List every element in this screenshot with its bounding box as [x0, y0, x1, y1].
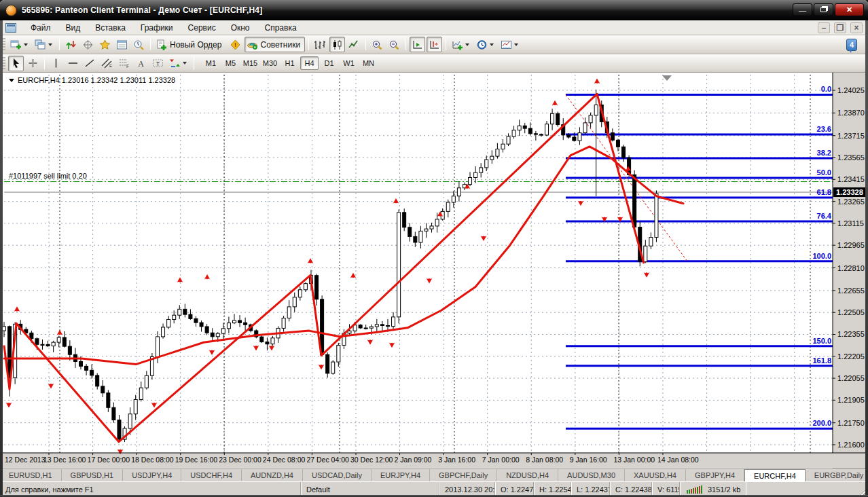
chart-tab-gbpusd-h1[interactable]: GBPUSD,H1	[62, 469, 124, 481]
profiles-button[interactable]	[33, 37, 56, 52]
price-tick-label: 1.22055	[837, 374, 865, 382]
chart-tab-eurjpy-h4[interactable]: EURJPY,H4	[372, 469, 430, 481]
timeframe-m5[interactable]: M5	[221, 56, 240, 70]
timeframe-w1[interactable]: W1	[340, 56, 358, 70]
chart-tab-gbpjpy-h4[interactable]: GBPJPY,H4	[686, 469, 744, 481]
vertical-line-button[interactable]	[48, 56, 64, 71]
menu-файл[interactable]: Файл	[23, 21, 58, 35]
window-frame	[865, 20, 868, 497]
restore-icon	[820, 7, 827, 12]
menu-окно[interactable]: Окно	[223, 21, 257, 35]
auto-scroll-icon	[412, 39, 423, 50]
fib-level-label: 200.0	[812, 419, 831, 427]
profiles-icon	[35, 39, 46, 50]
menu-вставка[interactable]: Вставка	[88, 21, 133, 35]
chart-tab-eurchf-h4[interactable]: EURCHF,H4	[744, 469, 806, 481]
periods-button[interactable]	[474, 37, 497, 52]
menu-сервис[interactable]: Сервис	[181, 21, 223, 35]
chart-area[interactable]: #1011997 sell limit 0.200.023.638.250.06…	[0, 73, 868, 468]
fibonacci-button[interactable]: F	[116, 56, 132, 71]
text-button[interactable]: A	[133, 56, 149, 71]
bars-icon	[314, 39, 326, 50]
arrows-button[interactable]	[167, 56, 190, 71]
metaeditor-button[interactable]: !	[228, 37, 243, 52]
line-icon	[348, 39, 360, 50]
chevron-down-icon[interactable]	[514, 43, 518, 46]
indicators-button[interactable]	[450, 37, 473, 52]
chart-tab-nzdusd-h4[interactable]: NZDUSD,H4	[497, 469, 558, 481]
zoom-in-button[interactable]	[369, 37, 385, 52]
chart-tab-gbpchf-daily[interactable]: GBPCHF,Daily	[430, 469, 497, 481]
maximize-button[interactable]	[814, 3, 833, 16]
chart-shift-button[interactable]	[427, 37, 442, 52]
chart-tab-audusd-m30[interactable]: AUDUSD,M30	[558, 469, 625, 481]
chart-tab-eurgbp-daily[interactable]: EURGBP,Daily	[806, 469, 868, 481]
timeframe-m15[interactable]: M15	[241, 56, 259, 70]
horizontal-line-button[interactable]	[65, 56, 81, 71]
auto-scroll-button[interactable]	[410, 37, 425, 52]
price-tick-label: 1.23565	[837, 153, 865, 162]
cursor-button[interactable]	[8, 56, 24, 71]
date-tick-label: 23 Dec 00:00	[219, 456, 261, 464]
chart-tab-xauusd-h4[interactable]: XAUUSD,H4	[625, 469, 686, 481]
terminal-button[interactable]	[114, 37, 130, 52]
date-tick-label: 13 Jan 00:00	[613, 456, 655, 464]
chevron-down-icon[interactable]	[183, 62, 187, 65]
timeframe-toolbar: M1M5M15M30H1H4D1W1MN	[201, 56, 378, 70]
toolbar-grip[interactable]	[3, 38, 5, 51]
menu-графики[interactable]: Графики	[133, 21, 181, 35]
fib-level-label: 161.8	[812, 356, 831, 365]
minimize-button[interactable]: —	[793, 3, 812, 16]
menu-вид[interactable]: Вид	[58, 21, 88, 35]
new-chart-button[interactable]	[8, 37, 31, 52]
line-chart-button[interactable]	[346, 37, 362, 52]
menu-справка[interactable]: Справка	[257, 21, 304, 35]
trendline-button[interactable]	[82, 56, 98, 71]
notification-badge[interactable]: 4	[846, 39, 857, 51]
date-tick-label: 27 Dec 04:00	[306, 456, 349, 464]
navigator-button[interactable]	[97, 37, 113, 52]
templates-button[interactable]	[499, 37, 522, 52]
candlestick-chart-button[interactable]	[329, 37, 345, 52]
chart-window-icon	[5, 23, 16, 33]
zoom-out-button[interactable]	[386, 37, 402, 52]
date-tick-label: 18 Dec 08:00	[131, 456, 174, 464]
chart-tab-usdjpy-h4[interactable]: USDJPY,H4	[123, 469, 181, 481]
chevron-down-icon[interactable]	[465, 43, 469, 46]
mdi-restore-button[interactable]: ❐	[834, 22, 846, 33]
bar-chart-button[interactable]	[312, 37, 328, 52]
data-window-button[interactable]	[80, 37, 96, 52]
price-tick-label: 1.22205	[837, 352, 865, 361]
chevron-down-icon[interactable]	[24, 43, 28, 46]
chart-tab-audnzd-h4[interactable]: AUDNZD,H4	[242, 469, 303, 481]
svg-text:F: F	[126, 64, 129, 69]
timeframe-d1[interactable]: D1	[320, 56, 338, 70]
text-label-button[interactable]: T	[150, 56, 166, 71]
chart-tab-usdcad-daily[interactable]: USDCAD,Daily	[303, 469, 372, 481]
zoom-in-icon	[372, 39, 383, 50]
timeframe-m1[interactable]: M1	[202, 56, 220, 70]
mdi-close-button[interactable]: ×	[850, 22, 863, 33]
close-button[interactable]: ✕	[835, 3, 864, 16]
symbol-ohlc-text: EURCHF,H4 1.23016 1.23342 1.23011 1.2332…	[18, 76, 175, 84]
strategy-tester-button[interactable]	[131, 37, 147, 52]
date-tick-label: 7 Jan 00:00	[482, 456, 520, 464]
mdi-minimize-button[interactable]: –	[818, 22, 830, 33]
toolbar-grip[interactable]	[3, 57, 5, 69]
timeframe-mn[interactable]: MN	[359, 56, 378, 70]
menu-bar: ФайлВидВставкаГрафикиСервисОкноСправка –…	[0, 20, 868, 35]
crosshair-button[interactable]	[25, 56, 41, 71]
timeframe-m30[interactable]: M30	[261, 56, 279, 70]
experts-button[interactable]: Советники	[245, 37, 305, 52]
new-order-button[interactable]: Новый Ордер	[154, 37, 226, 52]
chevron-down-icon[interactable]	[490, 43, 494, 46]
timeframe-h1[interactable]: H1	[281, 56, 299, 70]
chart-tab-eurusd-h1[interactable]: EURUSD,H1	[0, 469, 62, 481]
chevron-down-icon[interactable]	[48, 43, 52, 46]
timeframe-h4[interactable]: H4	[300, 56, 319, 70]
chart-tab-usdchf-h4[interactable]: USDCHF,H4	[181, 469, 242, 481]
toolbar-separator	[59, 39, 60, 50]
channel-button[interactable]: E	[99, 56, 115, 71]
title-bar[interactable]: 565896: Panteon Client Terminal - Демо С…	[0, 0, 868, 20]
market-watch-button[interactable]	[63, 37, 79, 52]
